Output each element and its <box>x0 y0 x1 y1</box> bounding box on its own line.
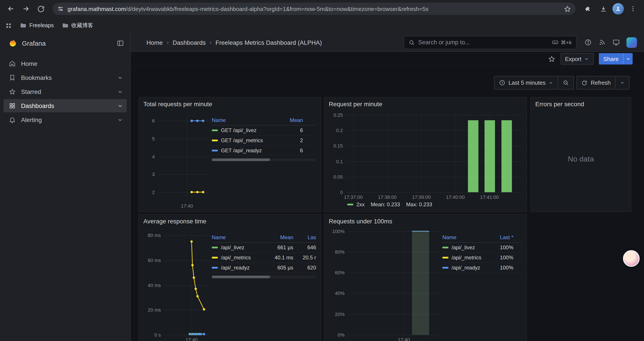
share-dropdown-button[interactable] <box>623 53 632 65</box>
keyboard-icon <box>552 39 558 46</box>
legend-mean: Mean: 0.233 <box>371 201 400 208</box>
y-axis-tick: 6 <box>152 118 155 124</box>
series-color-swatch <box>212 129 218 131</box>
legend-column-header[interactable]: Las <box>293 234 316 240</box>
legend-row[interactable]: /api/_livez661 µs646 <box>212 243 316 253</box>
chart-canvas <box>348 229 441 335</box>
y-axis-tick: 60% <box>335 270 344 275</box>
reload-icon[interactable] <box>34 2 47 15</box>
panel-title[interactable]: Average response time <box>143 218 316 225</box>
bookmark-folder-freeleaps[interactable]: Freeleaps <box>20 22 54 29</box>
extensions-icon[interactable] <box>581 2 594 15</box>
y-axis-tick: 0.1 <box>336 159 343 164</box>
chevron-down-icon[interactable] <box>117 117 123 123</box>
forward-icon[interactable] <box>19 2 32 15</box>
chevron-down-icon[interactable] <box>117 89 123 95</box>
sidebar-item-bookmarks[interactable]: Bookmarks <box>4 71 127 84</box>
chevron-down-icon[interactable] <box>117 103 123 109</box>
y-axis-tick: 0.25 <box>334 112 343 118</box>
legend-scrollbar[interactable] <box>212 158 316 161</box>
sidebar-item-starred[interactable]: Starred <box>4 85 127 98</box>
news-rss-icon[interactable] <box>598 39 606 46</box>
bookmark-folder-blogs[interactable]: 收藏博客 <box>62 22 93 29</box>
y-axis-tick: 0 s <box>154 332 161 337</box>
y-axis-tick: 100% <box>332 228 344 234</box>
downloads-icon[interactable] <box>597 2 610 15</box>
search-input[interactable]: Search or jump to... ⌘+k <box>404 36 576 49</box>
grafana-logo[interactable] <box>8 38 18 48</box>
legend-column-header[interactable]: Mean <box>270 234 293 240</box>
help-icon[interactable] <box>584 39 592 46</box>
legend-row[interactable]: /api/_metrics100% <box>442 253 522 263</box>
legend-column-header[interactable]: Mean <box>280 117 316 123</box>
apps-grid-icon[interactable] <box>5 22 12 29</box>
legend-column-header[interactable]: Name <box>212 117 280 123</box>
y-axis-tick: 0.15 <box>334 143 343 149</box>
time-range-picker[interactable]: Last 5 minutes <box>494 76 558 90</box>
panel-title[interactable]: Request per minute <box>329 101 522 108</box>
favorite-star-icon[interactable] <box>548 55 555 63</box>
panel-title[interactable]: Total requests per minute <box>143 101 316 108</box>
legend-row[interactable]: GET /api/_metrics2 <box>212 136 316 146</box>
legend-row[interactable]: GET /api/_livez6 <box>212 126 316 136</box>
assistant-avatar[interactable] <box>623 250 640 267</box>
url-text[interactable]: grafana.mathmast.com/d/deytv4rwavabkb/fr… <box>68 6 564 12</box>
legend-column-header[interactable]: Last * <box>490 234 522 240</box>
legend-value: 661 µs <box>270 244 293 251</box>
panel-title[interactable]: Errors per second <box>535 101 626 108</box>
gridline <box>421 112 422 192</box>
url-bar[interactable]: grafana.mathmast.com/d/deytv4rwavabkb/fr… <box>52 3 576 15</box>
y-axis-tick: 3 <box>152 172 155 177</box>
legend-row[interactable]: /api/_metrics40.1 ms20.5 r <box>212 253 316 263</box>
series-name: /api/_livez <box>221 244 244 251</box>
sidebar-item-alerting[interactable]: Alerting <box>4 113 127 126</box>
gridline <box>164 235 210 236</box>
breadcrumb-dashboards[interactable]: Dashboards <box>172 39 206 46</box>
scrollbar-thumb[interactable] <box>212 158 270 161</box>
browser-profile-avatar[interactable] <box>612 3 624 15</box>
monitor-icon[interactable] <box>612 39 620 46</box>
refresh-interval-dropdown[interactable] <box>616 76 630 90</box>
series-color-swatch <box>442 267 448 269</box>
export-button[interactable]: Export <box>560 53 594 65</box>
site-settings-icon[interactable] <box>57 5 64 12</box>
legend-value: 620 <box>293 265 316 271</box>
browser-toolbar: grafana.mathmast.com/d/deytv4rwavabkb/fr… <box>0 0 644 18</box>
panel-title[interactable]: Requests under 100ms <box>329 218 522 225</box>
legend-row[interactable]: /api/_readyz100% <box>442 263 522 273</box>
dock-sidebar-icon[interactable] <box>116 39 124 47</box>
y-axis-tick: 80 ms <box>148 233 161 238</box>
chevron-down-icon[interactable] <box>117 75 123 81</box>
bookmark-star-icon[interactable] <box>564 5 571 13</box>
legend-row[interactable]: GET /api/_readyz6 <box>212 146 316 156</box>
scrollbar-thumb[interactable] <box>212 276 270 278</box>
panel-errors-per-second: Errors per second No data <box>530 97 631 212</box>
breadcrumb-home[interactable]: Home <box>146 39 163 46</box>
refresh-button[interactable]: Refresh <box>577 76 616 90</box>
sidebar-item-dashboards[interactable]: Dashboards <box>4 99 127 112</box>
series-name: /api/_readyz <box>452 265 480 271</box>
sidebar-item-home[interactable]: Home <box>4 57 127 70</box>
legend-column-header[interactable]: Name <box>212 234 270 240</box>
panel-total-requests-per-minute: Total requests per minute 6543217:40 Nam… <box>138 97 321 212</box>
legend-row[interactable]: /api/_readyz605 µs620 <box>212 263 316 273</box>
gridline <box>192 229 192 335</box>
legend-value: 2 <box>280 137 316 144</box>
browser-menu-icon[interactable] <box>626 2 640 15</box>
breadcrumb-separator: › <box>210 39 212 46</box>
legend-header-row: NameMeanLas <box>212 233 316 243</box>
breadcrumb-current: Freeleaps Metrics Dashboard (ALPHA) <box>216 39 322 46</box>
legend-scrollbar[interactable] <box>212 276 316 278</box>
share-button[interactable]: Share <box>599 53 623 65</box>
legend-row[interactable]: /api/_livez100% <box>442 243 522 253</box>
series-color-swatch <box>212 140 218 141</box>
gridline <box>346 130 521 131</box>
zoom-out-icon <box>563 80 569 86</box>
series-name: /api/_metrics <box>452 254 481 261</box>
zoom-out-button[interactable] <box>558 76 574 90</box>
search-shortcut: ⌘+k <box>552 39 572 46</box>
back-icon[interactable] <box>4 2 18 15</box>
legend-item-2xx[interactable]: 2xx <box>347 201 364 208</box>
user-avatar[interactable] <box>626 37 637 48</box>
legend-column-header[interactable]: Name <box>442 234 490 240</box>
